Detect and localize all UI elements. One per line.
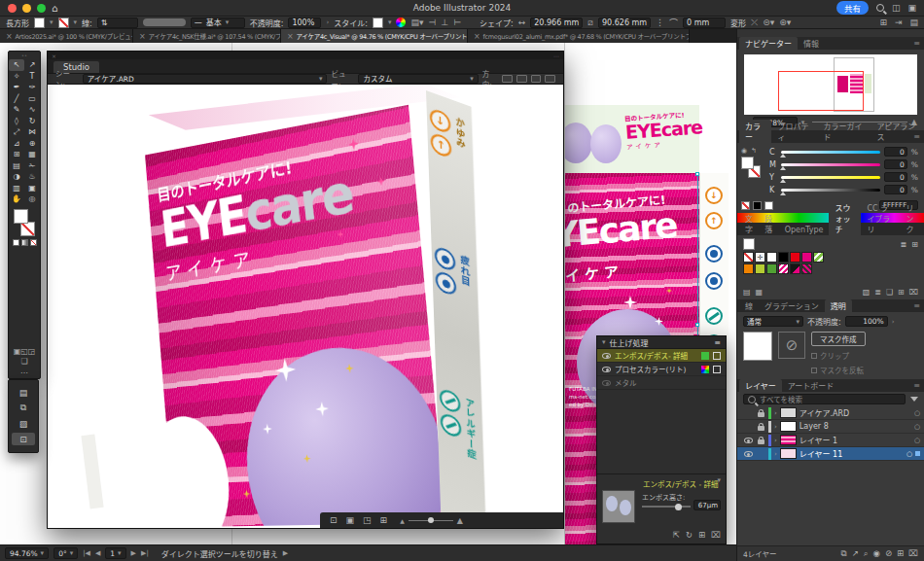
fill-well[interactable] [741,157,754,169]
target-circle-icon[interactable]: ○ [914,409,920,417]
tab-artboards[interactable]: アートボード [782,379,840,392]
close-tab-icon[interactable]: × [6,32,12,41]
tab-paragraph[interactable]: 段落 [759,212,778,235]
tool-icon[interactable]: ✒ [9,82,24,93]
stroke-well[interactable] [20,222,35,236]
delete-swatch-icon[interactable]: ⌧ [909,288,918,297]
tool-icon[interactable]: ╱ [9,93,24,105]
box-view-icon[interactable]: ◳ [363,515,372,525]
stroke-width-input[interactable]: ⇅ [97,18,138,28]
delete-icon[interactable]: ⌧ [711,530,721,540]
visibility-eye-icon[interactable] [602,380,611,386]
layer-row-layer11-selected[interactable]: › レイヤー 11 ○ [737,447,924,461]
tool-icon[interactable]: ✎ [9,104,24,116]
target-circle-icon[interactable]: ○ [914,423,920,431]
opacity-input[interactable]: 100% [845,316,888,327]
white-swatch[interactable] [764,201,773,210]
draw-mode-icons[interactable]: ▣◱◲ [9,347,40,357]
tab-properties[interactable]: プロパティ [771,120,817,143]
new-layer-icon[interactable]: ⊞ [897,548,904,559]
fill-well[interactable] [743,238,755,250]
black-value-input[interactable]: 0 [884,185,907,194]
make-mask-icon[interactable]: ◉ [873,548,880,559]
align-center-icon[interactable]: ⊥ [441,18,448,27]
none-mode-icon[interactable] [30,239,37,246]
direction-option-icon[interactable] [516,75,527,83]
tab-gradient[interactable]: グラデーション [759,299,825,312]
select-similar-icon[interactable]: ⊜▾ [763,18,774,27]
tool-icon[interactable]: ✁ [24,160,40,172]
swatch[interactable] [743,263,754,274]
panel-menu-icon[interactable]: ≡ [913,301,920,310]
canvas-area[interactable]: 目のトータルケアに! EYEcare アイケア のトータルケアに! YEcare… [0,43,736,544]
fill-well[interactable] [14,209,28,224]
target-circle-icon[interactable]: ○ [906,450,912,458]
swatch[interactable] [755,263,765,274]
tab-cc-libraries[interactable]: CC ライブラリ [861,201,900,235]
color-group-icon[interactable]: ▧ [863,288,871,297]
swatch[interactable] [766,263,777,274]
cyan-slider[interactable] [781,151,880,154]
fill-stroke-wells[interactable] [13,208,36,237]
color-mode-icon[interactable] [13,239,19,246]
tab-character[interactable]: 文字 [739,212,759,235]
swap-colors-icon[interactable]: ↰ [751,147,757,155]
none-swatch[interactable] [741,201,750,210]
grid-toggle-icon[interactable]: ⊞ [380,515,388,525]
magenta-value-input[interactable]: 0 [884,159,907,169]
opacity-input[interactable]: 100% [288,18,321,28]
recolor-artwork-icon[interactable] [396,18,406,27]
target-circle-icon[interactable]: ○ [914,437,920,444]
layer-name[interactable]: アイケア.ARD [800,407,911,418]
tool-icon[interactable]: ◑ [9,171,24,183]
tool-icon[interactable]: ◎ [24,193,40,205]
corner-radius-input[interactable]: 0 mm [683,18,726,28]
tab-swatches[interactable]: スウォッチ [829,201,861,235]
isolation-icon[interactable]: ⊘ [885,548,892,559]
tab-layers[interactable]: レイヤー [739,379,782,392]
layer-name[interactable]: レイヤー 1 [800,435,911,445]
finishing-item-emboss[interactable]: エンボス/デボス- 詳細 [597,349,726,363]
swatch-libraries-icon[interactable]: ▤ [743,288,751,297]
swatch[interactable] [813,252,824,263]
tab-opentype[interactable]: OpenType [779,225,830,235]
slider-handle[interactable] [675,504,682,510]
document-tab[interactable]: ×Artios2025.ai* @ 100 % (CMYK/プレビュー) [0,29,133,43]
gradient-mode-icon[interactable] [21,239,28,246]
layers-search-input[interactable]: すべてを検索 [743,394,906,404]
scene-select[interactable]: アイケア.ARD▾ [83,74,328,84]
style-swatch[interactable] [373,18,383,28]
finishing-item-metal[interactable]: メタル [597,376,726,390]
layer-row-layer1[interactable]: › レイヤー 1 ○ [737,434,924,447]
expand-chevron-icon[interactable]: › [774,423,777,431]
visibility-eye-icon[interactable] [602,367,611,372]
layer-name[interactable]: レイヤー 11 [800,448,904,459]
swatch-themes-icon[interactable]: ▦ [756,288,764,297]
home-icon[interactable]: ⌂ [52,3,57,14]
studio-3d-viewport[interactable]: 目のトータルケアに! EYEcare アイケア [48,85,563,528]
tool-icon[interactable]: ↗ [24,59,40,71]
tab-stroke[interactable]: 線 [739,299,759,312]
tool-icon[interactable]: ▭ [24,93,40,105]
navigator-view-rect[interactable] [778,71,864,111]
fill-color-swatch[interactable] [34,18,45,28]
mini-icon-collect[interactable]: ⧉ [12,402,35,414]
document-tab-active[interactable]: ×アイケア4c_Visual* @ 94.76 % (CMYK/CPU オーバー… [281,29,468,43]
selection-handle[interactable] [695,323,699,327]
swatch[interactable] [801,252,812,263]
search-icon[interactable] [876,4,884,12]
tab-transparency[interactable]: 透明 [825,299,852,312]
tool-icon[interactable]: ↻ [24,116,40,127]
swatch[interactable] [778,263,789,274]
emboss-height-slider[interactable] [642,506,691,508]
new-swatch-icon[interactable]: ⊞ [898,288,905,297]
rotation-select[interactable]: 0°▾ [53,547,78,559]
last-artboard-icon[interactable]: ▶| [141,549,149,557]
swatch-kind-icon[interactable]: ≣ [874,288,881,297]
edit-toolbar-icon[interactable]: … [9,367,40,376]
align-left-icon[interactable]: ⊣ [429,18,437,27]
grid-view-icon[interactable]: ⊞ [911,240,918,249]
panel-menu-icon[interactable]: ≡ [913,132,920,141]
align-right-icon[interactable]: ⊢ [453,18,461,27]
panel-menu-icon[interactable]: ≡ [913,381,920,390]
